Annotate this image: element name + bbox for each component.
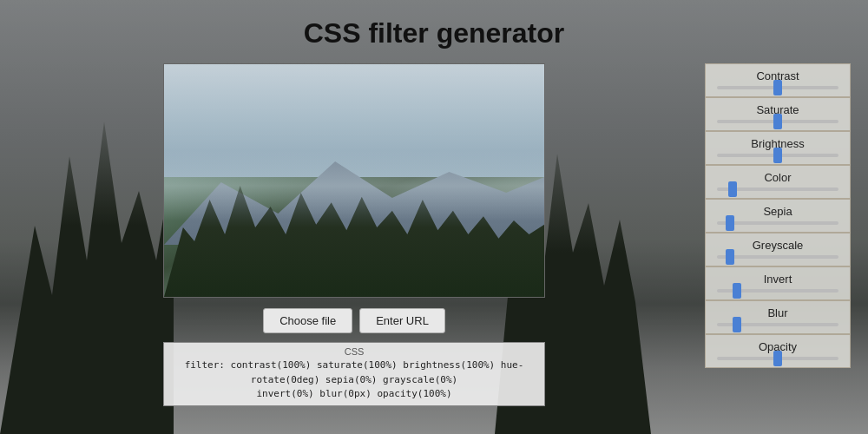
filter-item-saturate: Saturate: [705, 97, 851, 131]
enter-url-button[interactable]: Enter URL: [359, 308, 445, 333]
filter-slider-brightness[interactable]: [717, 154, 838, 157]
filter-slider-contrast[interactable]: [717, 86, 838, 89]
filter-item-brightness: Brightness: [705, 131, 851, 165]
file-buttons: Choose file Enter URL: [263, 308, 445, 333]
filter-slider-blur[interactable]: [717, 323, 838, 326]
left-panel: Choose file Enter URL CSS filter: contra…: [17, 63, 691, 406]
filter-item-opacity: Opacity: [705, 334, 851, 368]
css-value-line1: filter: contrast(100%) saturate(100%) br…: [171, 358, 537, 387]
preview-fog: [164, 151, 544, 220]
main-container: CSS filter generator Choose file Enter U…: [0, 0, 868, 415]
filter-item-blur: Blur: [705, 300, 851, 334]
filter-item-greyscale: Greyscale: [705, 233, 851, 266]
css-output-box: CSS filter: contrast(100%) saturate(100%…: [163, 342, 545, 406]
filter-item-invert: Invert: [705, 266, 851, 300]
filter-slider-greyscale[interactable]: [717, 255, 838, 259]
filter-item-sepia: Sepia: [705, 199, 851, 233]
content-row: Choose file Enter URL CSS filter: contra…: [17, 63, 851, 406]
filter-slider-color[interactable]: [717, 187, 838, 191]
filter-item-color: Color: [705, 165, 851, 199]
filter-slider-invert[interactable]: [717, 289, 838, 293]
image-preview: [163, 63, 545, 298]
filter-slider-sepia[interactable]: [717, 221, 838, 225]
filter-panel: ContrastSaturateBrightnessColorSepiaGrey…: [705, 63, 851, 368]
filter-slider-opacity[interactable]: [717, 357, 838, 360]
css-value-line2: invert(0%) blur(0px) opacity(100%): [171, 387, 537, 402]
filter-item-contrast: Contrast: [705, 63, 851, 97]
css-label: CSS: [171, 346, 537, 357]
filter-slider-saturate[interactable]: [717, 120, 838, 123]
page-title: CSS filter generator: [304, 17, 565, 49]
choose-file-button[interactable]: Choose file: [263, 308, 352, 333]
